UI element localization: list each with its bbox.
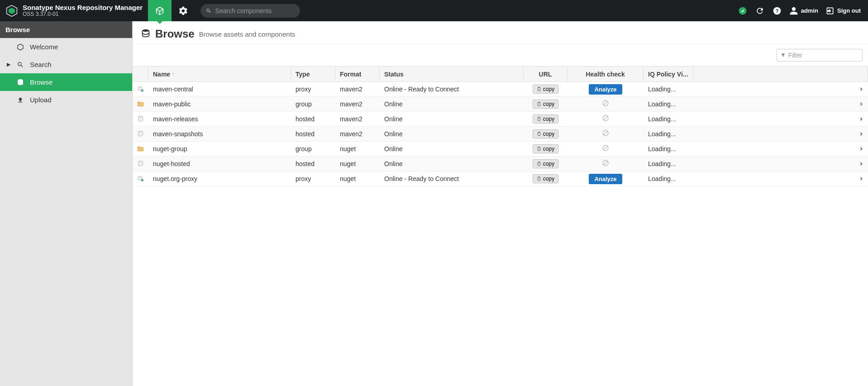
- not-available-icon: [602, 114, 609, 124]
- chevron-right-icon[interactable]: [859, 100, 863, 108]
- browse-mode-button[interactable]: [148, 0, 172, 21]
- clipboard-icon: [537, 102, 541, 106]
- sidebar: Browse Welcome ▶ Search Browse Upload: [0, 21, 133, 386]
- signout-button[interactable]: Sign out: [825, 6, 861, 15]
- repo-type-icon: [133, 127, 148, 141]
- status-ok-icon[interactable]: [738, 6, 748, 16]
- repo-health-cell: [568, 157, 644, 171]
- analyze-button[interactable]: Analyze: [589, 174, 622, 184]
- repository-table: Name↑ Type Format Status URL Health chec…: [133, 66, 868, 186]
- chevron-right-icon[interactable]: [859, 86, 863, 93]
- svg-point-40: [141, 179, 143, 181]
- svg-rect-30: [538, 147, 540, 151]
- repo-health-cell: [568, 142, 644, 156]
- app-header: Sonatype Nexus Repository Manager OSS 3.…: [0, 0, 868, 21]
- clipboard-icon: [537, 87, 541, 91]
- chevron-right-icon[interactable]: [859, 115, 863, 123]
- table-row[interactable]: maven-snapshots hosted maven2 Online cop…: [133, 127, 868, 142]
- expand-icon[interactable]: ▶: [6, 62, 11, 67]
- svg-rect-19: [538, 117, 540, 121]
- svg-rect-15: [539, 102, 540, 103]
- repo-iq-cell: Loading...: [644, 172, 693, 186]
- column-format[interactable]: Format: [335, 67, 380, 81]
- copy-url-button[interactable]: copy: [533, 174, 558, 183]
- clipboard-icon: [537, 176, 541, 181]
- title-block: Sonatype Nexus Repository Manager OSS 3.…: [23, 4, 143, 18]
- svg-rect-10: [538, 87, 540, 91]
- column-status[interactable]: Status: [380, 67, 524, 81]
- signout-label: Sign out: [837, 7, 861, 14]
- svg-line-17: [604, 101, 607, 105]
- sidebar-item-welcome[interactable]: Welcome: [0, 38, 132, 56]
- admin-mode-button[interactable]: [172, 0, 195, 21]
- repo-health-cell: Analyze: [568, 82, 644, 96]
- repo-type-icon: [133, 157, 148, 171]
- page-title: Browse: [155, 28, 195, 40]
- svg-rect-14: [538, 102, 540, 106]
- table-row[interactable]: maven-public group maven2 Online copy Lo…: [133, 97, 868, 112]
- repo-type-cell: proxy: [291, 82, 335, 96]
- table-row[interactable]: maven-releases hosted maven2 Online copy…: [133, 112, 868, 127]
- filter-input[interactable]: [788, 52, 858, 59]
- repo-health-cell: [568, 112, 644, 126]
- svg-rect-20: [539, 117, 540, 118]
- copy-url-button[interactable]: copy: [533, 85, 558, 94]
- sort-asc-icon: ↑: [172, 71, 174, 76]
- username-label: admin: [801, 7, 818, 14]
- repo-iq-cell: Loading...: [644, 127, 693, 141]
- column-name[interactable]: Name↑: [148, 67, 291, 81]
- copy-url-button[interactable]: copy: [533, 114, 558, 124]
- column-health[interactable]: Health check: [568, 67, 644, 81]
- svg-point-9: [141, 90, 143, 92]
- not-available-icon: [602, 159, 609, 168]
- product-version: OSS 3.37.0-01: [23, 11, 143, 17]
- repo-format-cell: nuget: [335, 157, 380, 171]
- copy-url-button[interactable]: copy: [533, 159, 558, 168]
- table-row[interactable]: nuget.org-proxy proxy nuget Online - Rea…: [133, 172, 868, 186]
- header-icons: ? admin Sign out: [738, 6, 868, 16]
- sidebar-item-search[interactable]: ▶ Search: [0, 56, 132, 73]
- filter-box[interactable]: [777, 49, 863, 62]
- product-name: Sonatype Nexus Repository Manager: [23, 4, 143, 12]
- repo-name-cell: maven-central: [148, 82, 291, 96]
- component-search-input[interactable]: [215, 7, 295, 14]
- chevron-right-icon[interactable]: [859, 130, 863, 138]
- user-menu[interactable]: admin: [789, 6, 818, 15]
- logo-area: Sonatype Nexus Repository Manager OSS 3.…: [0, 4, 148, 18]
- sidebar-item-upload[interactable]: Upload: [0, 91, 132, 109]
- column-iq[interactable]: IQ Policy Vi...: [644, 67, 693, 81]
- svg-marker-5: [18, 44, 23, 50]
- repo-type-cell: group: [291, 97, 335, 111]
- repo-type-cell: hosted: [291, 112, 335, 126]
- component-search-box[interactable]: [200, 4, 300, 18]
- svg-text:?: ?: [775, 8, 778, 14]
- repo-format-cell: maven2: [335, 127, 380, 141]
- chevron-right-icon[interactable]: [859, 145, 863, 152]
- svg-rect-35: [538, 162, 540, 166]
- chevron-right-icon[interactable]: [859, 160, 863, 167]
- gear-icon: [178, 6, 188, 16]
- table-row[interactable]: nuget-hosted hosted nuget Online copy Lo…: [133, 157, 868, 172]
- chevron-right-icon[interactable]: [859, 175, 863, 182]
- table-row[interactable]: maven-central proxy maven2 Online - Read…: [133, 82, 868, 97]
- column-url[interactable]: URL: [524, 67, 568, 81]
- nexus-logo-icon: [5, 5, 18, 17]
- sidebar-item-browse[interactable]: Browse: [0, 73, 132, 91]
- content-area: Browse Browse assets and components Name…: [133, 21, 868, 386]
- column-type[interactable]: Type: [291, 67, 335, 81]
- copy-url-button[interactable]: copy: [533, 100, 558, 109]
- not-available-icon: [602, 129, 609, 138]
- not-available-icon: [602, 144, 609, 153]
- refresh-icon[interactable]: [755, 6, 765, 16]
- copy-url-button[interactable]: copy: [533, 144, 558, 153]
- repo-health-cell: Analyze: [568, 172, 644, 186]
- help-icon[interactable]: ?: [772, 6, 782, 16]
- analyze-button[interactable]: Analyze: [589, 84, 622, 95]
- svg-line-33: [604, 146, 607, 150]
- not-available-icon: [602, 100, 609, 109]
- copy-url-button[interactable]: copy: [533, 129, 558, 138]
- filter-icon: [781, 52, 786, 58]
- table-row[interactable]: nuget-group group nuget Online copy Load…: [133, 142, 868, 157]
- repo-format-cell: nuget: [335, 172, 380, 186]
- repo-type-icon: [133, 82, 148, 96]
